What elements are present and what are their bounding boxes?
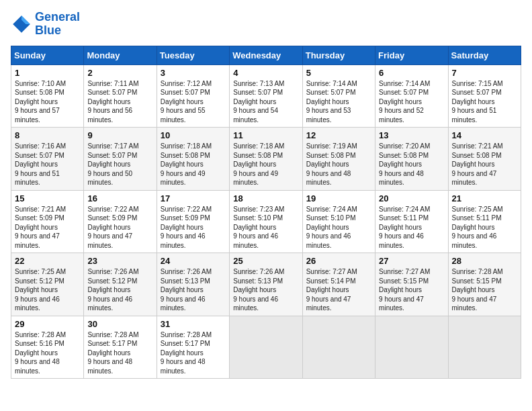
day-info: Sunrise: 7:28 AM Sunset: 5:16 PM Dayligh… [15, 330, 80, 376]
calendar-cell: 31 Sunrise: 7:28 AM Sunset: 5:17 PM Dayl… [157, 316, 229, 379]
day-info: Sunrise: 7:25 AM Sunset: 5:12 PM Dayligh… [15, 267, 80, 313]
day-number: 6 [379, 68, 444, 78]
day-number: 9 [87, 130, 152, 140]
weekday-header-row: SundayMondayTuesdayWednesdayThursdayFrid… [11, 46, 521, 64]
calendar-cell: 23 Sunrise: 7:26 AM Sunset: 5:12 PM Dayl… [84, 253, 157, 316]
day-info: Sunrise: 7:26 AM Sunset: 5:13 PM Dayligh… [233, 267, 298, 313]
calendar-week-row: 1 Sunrise: 7:10 AM Sunset: 5:08 PM Dayli… [11, 64, 521, 128]
day-number: 29 [15, 319, 80, 329]
calendar-cell: 16 Sunrise: 7:22 AM Sunset: 5:09 PM Dayl… [84, 190, 157, 253]
calendar: SundayMondayTuesdayWednesdayThursdayFrid… [11, 46, 521, 379]
calendar-cell: 12 Sunrise: 7:19 AM Sunset: 5:08 PM Dayl… [302, 128, 375, 191]
day-info: Sunrise: 7:24 AM Sunset: 5:10 PM Dayligh… [306, 205, 371, 250]
calendar-cell: 30 Sunrise: 7:28 AM Sunset: 5:17 PM Dayl… [84, 316, 157, 379]
calendar-cell: 20 Sunrise: 7:24 AM Sunset: 5:11 PM Dayl… [375, 190, 448, 253]
calendar-cell [302, 316, 375, 379]
day-number: 20 [379, 193, 444, 203]
day-info: Sunrise: 7:27 AM Sunset: 5:15 PM Dayligh… [379, 267, 444, 313]
day-info: Sunrise: 7:10 AM Sunset: 5:08 PM Dayligh… [15, 79, 80, 125]
day-number: 10 [161, 130, 226, 140]
day-number: 3 [161, 68, 226, 78]
day-info: Sunrise: 7:12 AM Sunset: 5:07 PM Dayligh… [161, 79, 226, 125]
day-number: 23 [87, 256, 152, 266]
calendar-cell: 14 Sunrise: 7:21 AM Sunset: 5:08 PM Dayl… [448, 128, 521, 191]
calendar-cell: 24 Sunrise: 7:26 AM Sunset: 5:13 PM Dayl… [157, 253, 229, 316]
day-number: 1 [15, 68, 80, 78]
calendar-cell: 21 Sunrise: 7:25 AM Sunset: 5:11 PM Dayl… [448, 190, 521, 253]
day-number: 19 [306, 193, 371, 203]
day-number: 12 [306, 130, 371, 140]
day-info: Sunrise: 7:18 AM Sunset: 5:08 PM Dayligh… [161, 142, 226, 187]
day-number: 22 [15, 256, 80, 266]
calendar-cell: 1 Sunrise: 7:10 AM Sunset: 5:08 PM Dayli… [11, 64, 84, 128]
calendar-cell: 10 Sunrise: 7:18 AM Sunset: 5:08 PM Dayl… [157, 128, 229, 191]
day-info: Sunrise: 7:21 AM Sunset: 5:09 PM Dayligh… [15, 205, 80, 250]
day-info: Sunrise: 7:14 AM Sunset: 5:07 PM Dayligh… [379, 79, 444, 125]
day-info: Sunrise: 7:11 AM Sunset: 5:07 PM Dayligh… [87, 79, 152, 125]
day-number: 2 [87, 68, 152, 78]
calendar-cell: 4 Sunrise: 7:13 AM Sunset: 5:07 PM Dayli… [230, 64, 302, 128]
calendar-cell: 11 Sunrise: 7:18 AM Sunset: 5:08 PM Dayl… [230, 128, 302, 191]
day-info: Sunrise: 7:15 AM Sunset: 5:07 PM Dayligh… [452, 79, 517, 125]
day-info: Sunrise: 7:22 AM Sunset: 5:09 PM Dayligh… [161, 205, 226, 250]
day-info: Sunrise: 7:17 AM Sunset: 5:07 PM Dayligh… [87, 142, 152, 187]
calendar-cell [448, 316, 521, 379]
calendar-week-row: 15 Sunrise: 7:21 AM Sunset: 5:09 PM Dayl… [11, 190, 521, 253]
calendar-cell: 27 Sunrise: 7:27 AM Sunset: 5:15 PM Dayl… [375, 253, 448, 316]
day-info: Sunrise: 7:26 AM Sunset: 5:12 PM Dayligh… [87, 267, 152, 313]
calendar-cell: 17 Sunrise: 7:22 AM Sunset: 5:09 PM Dayl… [157, 190, 229, 253]
day-info: Sunrise: 7:28 AM Sunset: 5:17 PM Dayligh… [87, 330, 152, 376]
day-number: 16 [87, 193, 152, 203]
logo: General Blue [11, 11, 80, 38]
calendar-cell: 3 Sunrise: 7:12 AM Sunset: 5:07 PM Dayli… [157, 64, 229, 128]
calendar-cell: 5 Sunrise: 7:14 AM Sunset: 5:07 PM Dayli… [302, 64, 375, 128]
day-info: Sunrise: 7:13 AM Sunset: 5:07 PM Dayligh… [233, 79, 298, 125]
day-number: 18 [233, 193, 298, 203]
logo-icon [11, 13, 32, 35]
day-number: 8 [15, 130, 80, 140]
day-info: Sunrise: 7:20 AM Sunset: 5:08 PM Dayligh… [379, 142, 444, 187]
day-info: Sunrise: 7:25 AM Sunset: 5:11 PM Dayligh… [452, 205, 517, 250]
day-number: 11 [233, 130, 298, 140]
day-number: 31 [161, 319, 226, 329]
day-number: 14 [452, 130, 517, 140]
weekday-header: Wednesday [230, 46, 302, 64]
day-number: 21 [452, 193, 517, 203]
calendar-cell [230, 316, 302, 379]
calendar-cell: 28 Sunrise: 7:28 AM Sunset: 5:15 PM Dayl… [448, 253, 521, 316]
day-number: 4 [233, 68, 298, 78]
calendar-cell [375, 316, 448, 379]
calendar-cell: 7 Sunrise: 7:15 AM Sunset: 5:07 PM Dayli… [448, 64, 521, 128]
day-info: Sunrise: 7:28 AM Sunset: 5:17 PM Dayligh… [161, 330, 226, 376]
calendar-cell: 25 Sunrise: 7:26 AM Sunset: 5:13 PM Dayl… [230, 253, 302, 316]
weekday-header: Saturday [448, 46, 521, 64]
logo-text: General Blue [35, 11, 80, 38]
calendar-cell: 15 Sunrise: 7:21 AM Sunset: 5:09 PM Dayl… [11, 190, 84, 253]
day-info: Sunrise: 7:24 AM Sunset: 5:11 PM Dayligh… [379, 205, 444, 250]
day-number: 26 [306, 256, 371, 266]
calendar-cell: 2 Sunrise: 7:11 AM Sunset: 5:07 PM Dayli… [84, 64, 157, 128]
calendar-cell: 29 Sunrise: 7:28 AM Sunset: 5:16 PM Dayl… [11, 316, 84, 379]
weekday-header: Thursday [302, 46, 375, 64]
day-info: Sunrise: 7:18 AM Sunset: 5:08 PM Dayligh… [233, 142, 298, 187]
day-number: 15 [15, 193, 80, 203]
day-info: Sunrise: 7:22 AM Sunset: 5:09 PM Dayligh… [87, 205, 152, 250]
day-number: 24 [161, 256, 226, 266]
day-info: Sunrise: 7:26 AM Sunset: 5:13 PM Dayligh… [161, 267, 226, 313]
day-number: 28 [452, 256, 517, 266]
day-number: 30 [87, 319, 152, 329]
day-number: 5 [306, 68, 371, 78]
calendar-cell: 22 Sunrise: 7:25 AM Sunset: 5:12 PM Dayl… [11, 253, 84, 316]
day-info: Sunrise: 7:19 AM Sunset: 5:08 PM Dayligh… [306, 142, 371, 187]
day-info: Sunrise: 7:27 AM Sunset: 5:14 PM Dayligh… [306, 267, 371, 313]
weekday-header: Tuesday [157, 46, 229, 64]
day-info: Sunrise: 7:16 AM Sunset: 5:07 PM Dayligh… [15, 142, 80, 187]
calendar-cell: 8 Sunrise: 7:16 AM Sunset: 5:07 PM Dayli… [11, 128, 84, 191]
calendar-cell: 18 Sunrise: 7:23 AM Sunset: 5:10 PM Dayl… [230, 190, 302, 253]
calendar-cell: 26 Sunrise: 7:27 AM Sunset: 5:14 PM Dayl… [302, 253, 375, 316]
calendar-cell: 13 Sunrise: 7:20 AM Sunset: 5:08 PM Dayl… [375, 128, 448, 191]
calendar-cell: 9 Sunrise: 7:17 AM Sunset: 5:07 PM Dayli… [84, 128, 157, 191]
day-number: 25 [233, 256, 298, 266]
day-info: Sunrise: 7:14 AM Sunset: 5:07 PM Dayligh… [306, 79, 371, 125]
calendar-cell: 19 Sunrise: 7:24 AM Sunset: 5:10 PM Dayl… [302, 190, 375, 253]
